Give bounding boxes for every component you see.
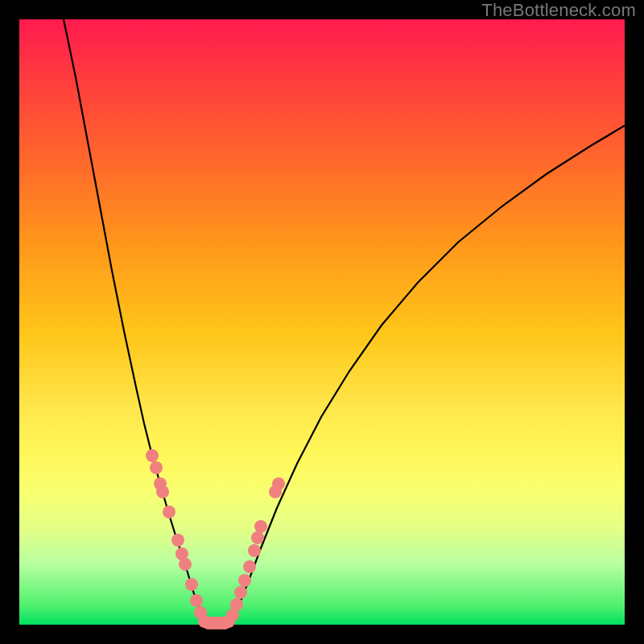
- chart-svg: [19, 19, 625, 625]
- curve-group: [64, 19, 625, 625]
- curve-right-branch: [229, 126, 625, 625]
- watermark-text: TheBottleneck.com: [481, 0, 636, 21]
- data-marker: [238, 574, 251, 587]
- data-marker: [146, 449, 159, 462]
- chart-frame: TheBottleneck.com: [0, 0, 644, 644]
- data-marker: [185, 578, 198, 591]
- data-marker: [171, 534, 184, 547]
- data-marker: [150, 461, 163, 474]
- data-marker: [248, 544, 261, 557]
- data-marker: [254, 520, 267, 533]
- data-marker: [190, 594, 203, 607]
- data-marker: [272, 477, 285, 490]
- data-marker: [243, 560, 256, 573]
- data-marker: [179, 558, 192, 571]
- data-marker: [234, 586, 247, 599]
- data-marker: [163, 506, 175, 518]
- data-marker: [156, 485, 169, 498]
- data-marker: [251, 531, 264, 544]
- data-marker: [230, 598, 243, 611]
- curve-left-branch: [64, 19, 204, 625]
